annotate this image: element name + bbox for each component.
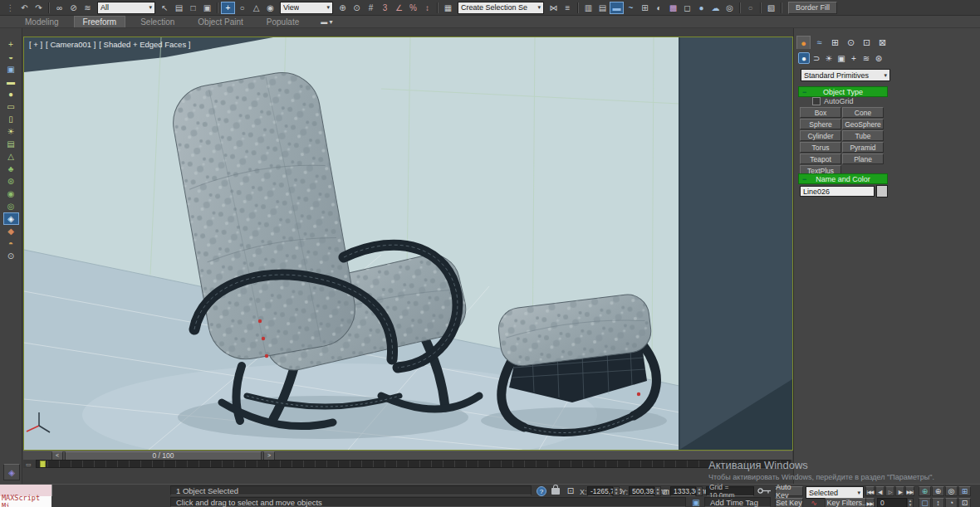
z-coord-spinner[interactable]: ▲▼ bbox=[696, 486, 703, 496]
go-to-start-button[interactable]: |◀◀ bbox=[865, 486, 875, 496]
selection-filter-dropdown[interactable]: All▾ bbox=[97, 2, 155, 14]
y-coord-spinner[interactable]: ▲▼ bbox=[654, 486, 661, 496]
next-frame-button[interactable]: ||▶ bbox=[895, 486, 904, 496]
viewport-shading-menu[interactable]: [ Shaded + Edged Faces ] bbox=[99, 40, 190, 49]
reference-coordinate-dropdown[interactable]: View▾ bbox=[280, 2, 333, 14]
info-tool-icon[interactable]: ⊙ bbox=[3, 250, 19, 262]
current-frame-field[interactable]: 0 bbox=[877, 498, 907, 507]
plant-tool-icon[interactable]: ⊛ bbox=[3, 175, 19, 188]
teapot-button[interactable]: Teapot bbox=[800, 154, 841, 164]
zoom-all-icon[interactable]: ⊕ bbox=[932, 486, 944, 496]
frame-spinner[interactable]: ▲▼ bbox=[907, 498, 914, 507]
foliage-tool-icon[interactable]: ♣ bbox=[3, 163, 19, 175]
help-icon[interactable]: ? bbox=[537, 486, 546, 496]
trackbar-filter-icon[interactable]: ▭ bbox=[26, 461, 36, 467]
select-link-tool-icon[interactable]: ◈ bbox=[3, 212, 19, 225]
key-mode-toggle-icon[interactable]: ▶▶| bbox=[865, 498, 875, 507]
sphere-green-tool-icon[interactable]: ◉ bbox=[3, 188, 19, 200]
schematic-view-icon[interactable]: ⊞ bbox=[638, 2, 652, 14]
bind-to-space-warp-icon[interactable]: ≋ bbox=[81, 2, 95, 14]
polydraw-tool-icon[interactable]: + bbox=[3, 38, 19, 51]
tube-button[interactable]: Tube bbox=[842, 130, 884, 141]
autogrid-checkbox[interactable] bbox=[812, 97, 821, 105]
plane-button[interactable]: Plane bbox=[842, 154, 884, 164]
ribbon-tab-selection[interactable]: Selection bbox=[132, 17, 183, 27]
toolbar-grip-icon[interactable]: ⋮ bbox=[3, 2, 17, 14]
shapes-category-icon[interactable]: ⊃ bbox=[811, 52, 822, 64]
utilities-tab[interactable]: ⊠ bbox=[875, 36, 889, 49]
time-slider-handle[interactable]: 0 / 100 bbox=[65, 451, 262, 461]
torus-button[interactable]: Torus bbox=[800, 142, 841, 153]
object-type-rollout-header[interactable]: − Object Type bbox=[798, 86, 888, 97]
percent-snap-icon[interactable]: % bbox=[406, 2, 420, 14]
ribbon-tab-freeform[interactable]: Freeform bbox=[74, 16, 126, 27]
render-production-icon[interactable]: ● bbox=[694, 2, 708, 14]
undo-icon[interactable]: ↶ bbox=[17, 2, 32, 14]
select-and-rotate-icon[interactable]: ○ bbox=[235, 2, 249, 14]
unlink-selection-icon[interactable]: ⊘ bbox=[66, 2, 81, 14]
zoom-icon[interactable]: ⊕ bbox=[919, 486, 931, 496]
primitive-category-dropdown[interactable]: Standard Primitives ▾ bbox=[801, 69, 890, 81]
curve-editor-icon[interactable]: ~ bbox=[624, 2, 638, 14]
mirror-icon[interactable]: ⋈ bbox=[546, 2, 561, 14]
ribbon-overflow-icon[interactable]: ▬ ▾ bbox=[321, 18, 332, 26]
redo-icon[interactable]: ↷ bbox=[32, 2, 46, 14]
y-coord-field[interactable]: 500,392mm bbox=[629, 486, 654, 496]
edit-named-selections-icon[interactable]: ▦ bbox=[441, 2, 455, 14]
object-color-swatch[interactable] bbox=[876, 185, 888, 197]
box-button[interactable]: Box bbox=[800, 107, 841, 118]
keyboard-shortcut-toggle-icon[interactable]: # bbox=[364, 2, 378, 14]
paint-deform-tool-icon[interactable]: ◒ bbox=[3, 51, 19, 63]
motion-tab[interactable]: ⊙ bbox=[844, 36, 858, 49]
auto-key-button[interactable]: Auto Key bbox=[775, 486, 803, 496]
viewport-pov-menu[interactable]: [ Camera001 ] bbox=[46, 40, 96, 49]
border-fill-button[interactable]: Border Fill bbox=[788, 2, 837, 14]
select-and-move-icon[interactable]: + bbox=[221, 2, 235, 14]
rendered-frame-window-icon[interactable]: ◻ bbox=[680, 2, 694, 14]
ribbon-tab-object-paint[interactable]: Object Paint bbox=[189, 17, 251, 27]
select-by-name-icon[interactable]: ▤ bbox=[172, 2, 186, 14]
align-icon[interactable]: ≡ bbox=[561, 2, 575, 14]
ribbon-tab-modeling[interactable]: Modeling bbox=[17, 17, 67, 27]
sphere-button[interactable]: Sphere bbox=[800, 119, 841, 129]
select-and-scale-icon[interactable]: △ bbox=[249, 2, 263, 14]
stack-tool-icon[interactable]: ▤ bbox=[3, 138, 19, 150]
create-tab[interactable]: ● bbox=[796, 36, 811, 49]
render-last-icon[interactable]: ◎ bbox=[723, 2, 737, 14]
key-filters-button[interactable]: Key Filters... bbox=[825, 498, 870, 507]
material-editor-icon[interactable]: ◐ bbox=[652, 2, 666, 14]
named-selection-sets-dropdown[interactable]: Create Selection Se▾ bbox=[458, 2, 544, 14]
snaps-toggle-icon[interactable]: 3 bbox=[378, 2, 392, 14]
toggle-scene-explorer-icon[interactable]: ▥ bbox=[581, 2, 595, 14]
viewport-general-menu[interactable]: [ + ] bbox=[29, 40, 42, 49]
angle-snap-icon[interactable]: ∠ bbox=[392, 2, 406, 14]
box-primitive-tool-icon[interactable]: ▬ bbox=[3, 76, 19, 88]
modify-tab[interactable]: ≈ bbox=[812, 36, 826, 49]
select-and-manipulate-icon[interactable]: ⊙ bbox=[350, 2, 364, 14]
open-mini-curve-editor-button[interactable]: ◈ bbox=[3, 464, 20, 480]
use-pivot-center-icon[interactable]: ⊕ bbox=[336, 2, 350, 14]
scene-ottoman[interactable] bbox=[481, 292, 667, 434]
cylinder-primitive-tool-icon[interactable]: ▯ bbox=[3, 113, 19, 125]
current-frame-marker[interactable] bbox=[40, 461, 46, 468]
teapot-tool-icon[interactable]: ◓ bbox=[3, 237, 19, 250]
ribbon-tab-populate[interactable]: Populate bbox=[258, 17, 307, 27]
name-color-rollout-header[interactable]: − Name and Color bbox=[798, 173, 888, 184]
pan-icon[interactable]: ↕ bbox=[932, 498, 944, 507]
cylinder-button[interactable]: Cylinder bbox=[800, 130, 841, 141]
x-coord-field[interactable]: -1265,716 bbox=[587, 486, 613, 496]
z-coord-field[interactable]: 1333,36mm bbox=[670, 486, 696, 496]
object-name-input[interactable]: Line026 bbox=[800, 186, 875, 197]
sphere-primitive-tool-icon[interactable]: ● bbox=[3, 88, 19, 100]
viewport[interactable]: [ + ] [ Camera001 ] [ Shaded + Edged Fac… bbox=[23, 37, 793, 451]
selected-set-dropdown[interactable]: Selected ▾ bbox=[806, 486, 864, 499]
next-frame-arrow[interactable]: > bbox=[263, 451, 275, 461]
pyramid-button[interactable]: Pyramid bbox=[842, 142, 884, 153]
display-tab[interactable]: ⊡ bbox=[860, 36, 874, 49]
render-iterative-icon[interactable]: ○ bbox=[743, 2, 757, 14]
capsule-primitive-tool-icon[interactable]: ▭ bbox=[3, 100, 19, 113]
spacewarps-category-icon[interactable]: ≋ bbox=[860, 52, 872, 64]
render-setup-icon[interactable]: ▩ bbox=[666, 2, 680, 14]
cone-button[interactable]: Cone bbox=[842, 107, 884, 118]
go-to-end-button[interactable]: ▶▶| bbox=[905, 486, 914, 496]
